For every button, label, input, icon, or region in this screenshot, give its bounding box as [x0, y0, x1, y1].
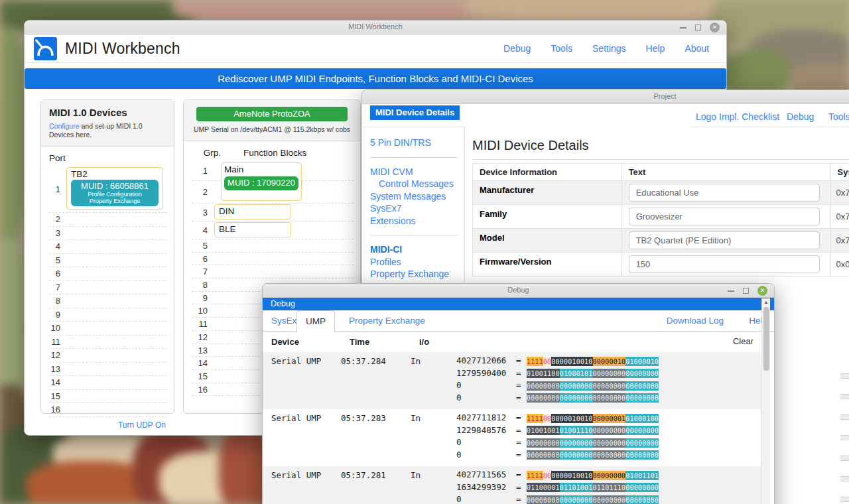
- muid-badge[interactable]: MUID : 17090220: [224, 176, 298, 190]
- protozoa-subtitle: UMP Serial on /dev/ttyACM1 @ 115.2kbps w…: [192, 125, 352, 134]
- maximize-icon[interactable]: [695, 25, 701, 31]
- log-device: Serial UMP: [263, 412, 341, 462]
- log-time: 05:37.284: [341, 355, 411, 405]
- word-decimal-value: 4027711565: [456, 470, 516, 479]
- rediscover-banner-button[interactable]: Rediscover UMP MIDI Endpoints, Function …: [25, 68, 726, 89]
- tab-ump[interactable]: UMP: [296, 310, 335, 332]
- sysex-value: 0x04: [830, 253, 849, 277]
- port-row: 15: [49, 390, 167, 404]
- sidebar-item-midi-ci[interactable]: MIDI-CI: [370, 243, 458, 256]
- port-row: 7: [49, 281, 167, 295]
- clear-button[interactable]: Clear: [733, 336, 753, 346]
- debug-titlebar[interactable]: Debug ✕: [263, 284, 774, 298]
- turn-udp-on-link[interactable]: Turn UDP On: [118, 420, 166, 430]
- sidebar-item-extensions[interactable]: Extensions: [370, 215, 458, 227]
- row-label: Model: [473, 229, 622, 253]
- sysex-value: 0x7F: [830, 205, 849, 229]
- binary-word: 00000000000000000000000000000000: [527, 494, 659, 504]
- sidebar-item-midi-cvm[interactable]: MIDI CVM: [370, 166, 458, 178]
- scrollbar-thumb[interactable]: [763, 307, 769, 371]
- port-row: 1TB2MUID : 66058861Profile Configuration…: [49, 166, 167, 213]
- muid-value: MUID : 66058861: [71, 181, 159, 192]
- binary-word: 11110000000100100000001001000010: [527, 355, 659, 365]
- project-nav-debug[interactable]: Debug: [787, 111, 814, 122]
- group-number: 14: [192, 357, 214, 369]
- manufacturer-input[interactable]: [629, 184, 820, 202]
- muid-value: MUID : 17090220: [224, 178, 298, 188]
- group-number: 7: [192, 265, 214, 278]
- port-number: 13: [49, 363, 66, 376]
- sidebar-item-system-messages[interactable]: System Messages: [370, 190, 458, 203]
- scrollbar[interactable]: ▲: [761, 298, 770, 504]
- group-number: 12: [192, 331, 214, 344]
- function-block-ble[interactable]: BLE: [214, 222, 291, 237]
- log-time: 05:37.283: [341, 412, 411, 462]
- menu-item-tools[interactable]: Tools: [551, 43, 572, 54]
- table-row: Firmware/Version0x04: [473, 253, 849, 277]
- sidebar-item-5-pin-din-trs[interactable]: 5 Pin DIN/TRS: [370, 137, 458, 149]
- word-decimal-value: 1634299392: [456, 482, 516, 492]
- io-column-header: i/o: [419, 337, 429, 347]
- menu-item-settings[interactable]: Settings: [592, 43, 626, 54]
- download-log-link[interactable]: Download Log: [667, 316, 724, 326]
- firmware-version-input[interactable]: [629, 255, 820, 273]
- muid-badge[interactable]: MUID : 66058861Profile ConfigurationProp…: [71, 180, 159, 206]
- family-input[interactable]: [629, 208, 820, 225]
- protozoa-device-button[interactable]: AmeNote ProtoZOA: [196, 107, 347, 121]
- project-nav-logo-impl-checklist[interactable]: Logo Impl. Checklist: [696, 111, 779, 122]
- sidebar-item-sysex7[interactable]: SysEx7: [370, 202, 458, 215]
- main-titlebar[interactable]: MIDI Workbench ✕: [25, 21, 726, 34]
- maximize-icon[interactable]: [743, 288, 749, 294]
- group-number: 5: [192, 239, 214, 252]
- function-block-din[interactable]: DIN: [214, 204, 291, 220]
- log-table-header: Device Time i/o Clear: [263, 332, 774, 351]
- port-number: 7: [49, 281, 66, 294]
- sidebar-item-control-messages[interactable]: Control Messages: [370, 178, 458, 190]
- log-row: Serial UMP05:37.284In4027712066=11110000…: [263, 352, 761, 409]
- menu-item-help[interactable]: Help: [646, 43, 665, 54]
- word-decimal-value: 4027712066: [456, 355, 516, 365]
- binary-word: 00000000000000000000000000000000: [527, 393, 659, 403]
- table-row: Model0x7F: [473, 229, 849, 253]
- group-number: 10: [192, 304, 214, 317]
- port-number: 14: [49, 376, 66, 389]
- word-decimal-value: 4027711812: [456, 412, 516, 422]
- model-input[interactable]: [629, 231, 820, 249]
- function-blocks-header: Function Blocks: [243, 148, 306, 158]
- minimize-icon[interactable]: [680, 27, 686, 29]
- project-nav-tools[interactable]: Tools: [828, 111, 849, 122]
- configure-link[interactable]: Configure: [49, 122, 80, 130]
- scroll-up-icon[interactable]: ▲: [762, 298, 770, 306]
- menu-item-debug[interactable]: Debug: [503, 43, 531, 54]
- port-list: 1TB2MUID : 66058861Profile Configuration…: [49, 166, 167, 417]
- log-device: Serial UMP: [263, 355, 341, 405]
- group-number: 4: [192, 221, 214, 239]
- table-row: Manufacturer0x7D: [473, 181, 849, 205]
- function-block-main[interactable]: MainMUID : 17090220: [221, 162, 302, 201]
- menu-item-about[interactable]: About: [685, 43, 709, 54]
- group-row: 4BLE: [192, 221, 354, 239]
- close-icon[interactable]: ✕: [757, 286, 767, 296]
- debug-header-bar: Debug: [263, 298, 774, 310]
- app-logo-icon: [34, 37, 57, 60]
- port-row: 3: [49, 227, 167, 241]
- sidebar-item-property-exchange[interactable]: Property Exchange: [370, 268, 458, 281]
- binary-word: 01100001011010010110111000000000: [527, 482, 659, 492]
- sidebar-item-profiles[interactable]: Profiles: [370, 256, 458, 269]
- log-io: In: [411, 412, 456, 462]
- device-details-table: Device InformationTextSysEx Manufacturer…: [472, 163, 849, 277]
- log-rows: Serial UMP05:37.284In4027712066=11110000…: [263, 352, 761, 504]
- sidebar-divider: [370, 235, 458, 235]
- group-number: 13: [192, 344, 214, 357]
- tab-midi-device-details[interactable]: MIDI Device Details: [370, 105, 460, 120]
- tab-property-exchange[interactable]: Property Exchange: [349, 316, 425, 326]
- binary-word: 11110000000100100000000001001101: [527, 470, 659, 479]
- port-row: 13: [49, 363, 167, 377]
- binary-word: 01001001010011100000000000000000: [527, 425, 659, 435]
- midi10-device-box[interactable]: TB2MUID : 66058861Profile ConfigurationP…: [66, 167, 163, 210]
- project-titlebar[interactable]: Project: [362, 90, 849, 104]
- device-details-heading: MIDI Device Details: [472, 138, 849, 153]
- close-icon[interactable]: ✕: [710, 23, 720, 32]
- minimize-icon[interactable]: [728, 290, 734, 292]
- port-number: 10: [49, 322, 66, 335]
